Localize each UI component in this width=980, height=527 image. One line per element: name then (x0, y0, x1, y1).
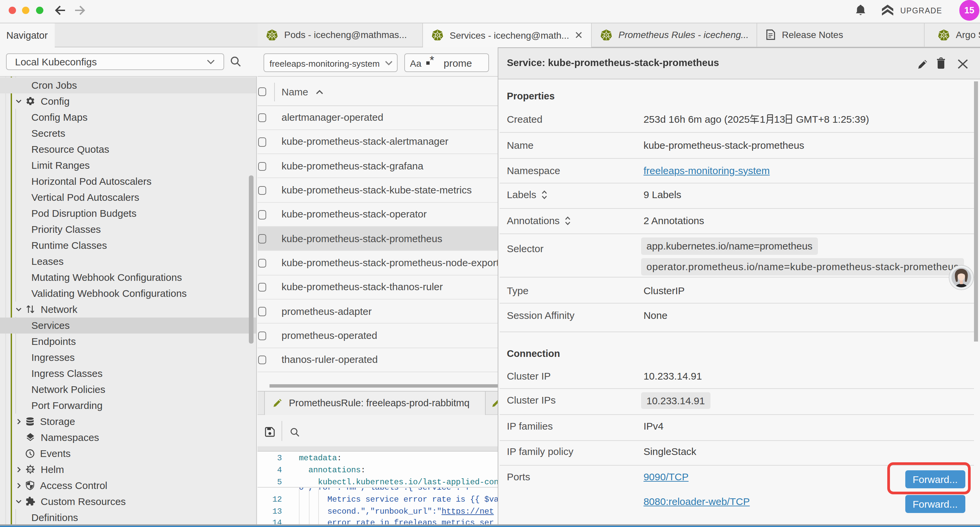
svg-text:HELM: HELM (27, 468, 34, 471)
